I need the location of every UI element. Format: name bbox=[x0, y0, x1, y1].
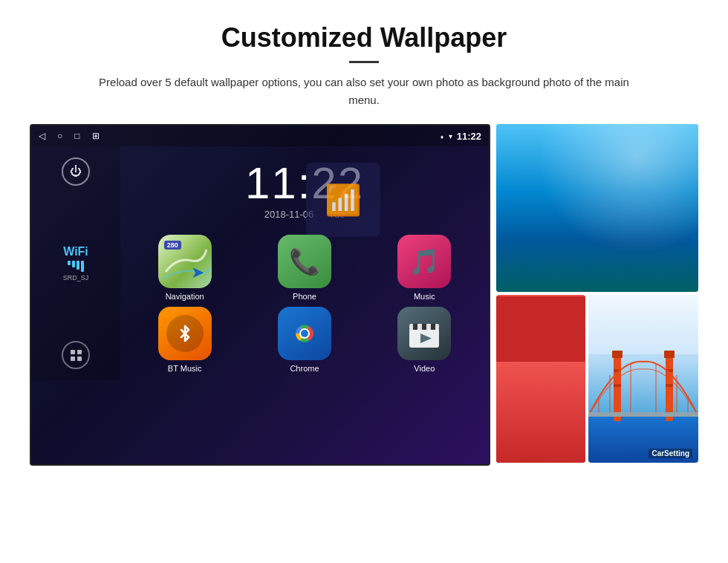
svg-rect-30 bbox=[664, 351, 675, 358]
svg-rect-20 bbox=[533, 430, 548, 435]
svg-rect-9 bbox=[496, 124, 698, 289]
wallpaper-bridge[interactable]: CarSetting bbox=[588, 295, 698, 463]
bt-music-label: BT Music bbox=[168, 364, 202, 373]
wifi-bars bbox=[63, 261, 89, 272]
bt-music-icon bbox=[158, 307, 212, 360]
page-container: Customized Wallpaper Preload over 5 defa… bbox=[0, 0, 728, 481]
apps-dot-4 bbox=[77, 357, 82, 361]
svg-rect-27 bbox=[614, 354, 621, 421]
app-item-chrome[interactable]: Chrome bbox=[247, 307, 361, 373]
svg-rect-7 bbox=[431, 324, 435, 330]
navigation-icon: 280 ➤ bbox=[158, 235, 212, 288]
nav-camera-icon[interactable]: ⊞ bbox=[92, 131, 100, 141]
svg-rect-28 bbox=[666, 354, 673, 421]
svg-rect-29 bbox=[612, 351, 623, 358]
bluetooth-svg bbox=[175, 324, 195, 343]
wallpaper-ice-cave[interactable] bbox=[496, 124, 698, 292]
wifi-block: WiFi SRD_SJ bbox=[63, 245, 89, 282]
media-widget[interactable]: 📶 bbox=[306, 163, 380, 237]
svg-rect-33 bbox=[614, 384, 621, 387]
center-area: 11:22 2018-11-06 Tue 📶 ⏮ B bbox=[120, 146, 489, 380]
svg-rect-6 bbox=[422, 324, 426, 330]
svg-rect-5 bbox=[413, 324, 417, 330]
status-time: 11:22 bbox=[457, 131, 481, 142]
svg-rect-16 bbox=[507, 408, 574, 449]
apps-dot-1 bbox=[71, 350, 75, 354]
wallpaper-dresser[interactable] bbox=[496, 295, 585, 463]
page-title: Customized Wallpaper bbox=[30, 22, 698, 53]
bridge-svg bbox=[588, 295, 698, 460]
dresser-svg bbox=[496, 296, 585, 461]
bt-circle bbox=[166, 315, 204, 352]
car-setting-label: CarSetting bbox=[649, 449, 692, 458]
chrome-icon bbox=[278, 307, 331, 360]
wp-bottom-row: CarSetting bbox=[496, 295, 698, 463]
media-wifi-icon: 📶 bbox=[325, 183, 362, 218]
apps-dot-2 bbox=[77, 350, 82, 354]
header-section: Customized Wallpaper Preload over 5 defa… bbox=[30, 22, 698, 109]
apps-grid-icon bbox=[71, 350, 82, 361]
video-icon bbox=[397, 307, 451, 360]
svg-rect-22 bbox=[519, 389, 530, 408]
music-label: Music bbox=[414, 292, 435, 301]
phone-label: Phone bbox=[293, 292, 316, 301]
svg-rect-23 bbox=[552, 387, 559, 408]
svg-marker-12 bbox=[496, 228, 530, 271]
wifi-network-name: SRD_SJ bbox=[63, 274, 89, 282]
screen-content: ⏻ WiFi SRD_SJ bbox=[31, 146, 489, 380]
navigation-label: Navigation bbox=[166, 292, 204, 301]
svg-rect-19 bbox=[533, 413, 548, 417]
nav-home-icon[interactable]: ○ bbox=[57, 131, 62, 141]
app-item-bt-music[interactable]: BT Music bbox=[128, 307, 241, 373]
svg-rect-18 bbox=[507, 426, 574, 449]
video-label: Video bbox=[414, 364, 435, 373]
wifi-bar-4 bbox=[81, 261, 84, 272]
wifi-bar-2 bbox=[72, 261, 75, 267]
svg-rect-34 bbox=[666, 384, 673, 387]
wallpaper-thumbnails: CarSetting bbox=[496, 124, 698, 463]
ice-cave-svg bbox=[496, 124, 698, 289]
video-svg bbox=[406, 315, 443, 352]
app-grid: 280 ➤ Navigation bbox=[128, 235, 481, 373]
music-symbol: 🎵 bbox=[409, 247, 440, 276]
svg-marker-10 bbox=[516, 183, 575, 235]
power-icon: ⏻ bbox=[70, 165, 82, 178]
svg-rect-14 bbox=[496, 296, 585, 461]
power-button[interactable]: ⏻ bbox=[62, 157, 90, 186]
device-area: ◁ ○ □ ⊞ ⬧ ▾ 11:22 ⏻ bbox=[30, 124, 698, 466]
apps-dot-3 bbox=[71, 357, 75, 361]
clock-date: 2018-11-06 Tue bbox=[128, 209, 481, 220]
chrome-svg bbox=[288, 317, 321, 350]
app-item-phone[interactable]: 📞 Phone bbox=[247, 235, 361, 301]
nav-recent-icon[interactable]: □ bbox=[74, 131, 79, 141]
phone-icon: 📞 bbox=[278, 235, 331, 288]
app-item-video[interactable]: Video bbox=[368, 307, 481, 373]
svg-rect-17 bbox=[507, 408, 574, 423]
svg-rect-15 bbox=[496, 400, 585, 461]
signal-icon: ▾ bbox=[449, 132, 452, 140]
nav-map-bg: 280 ➤ bbox=[158, 235, 212, 288]
title-divider bbox=[349, 61, 379, 63]
app-item-navigation[interactable]: 280 ➤ Navigation bbox=[128, 235, 241, 301]
chrome-label: Chrome bbox=[290, 364, 319, 373]
wifi-bar-3 bbox=[77, 261, 79, 270]
left-sidebar: ⏻ WiFi SRD_SJ bbox=[31, 146, 120, 380]
svg-marker-11 bbox=[627, 169, 679, 217]
svg-rect-26 bbox=[588, 295, 698, 354]
status-bar: ◁ ○ □ ⊞ ⬧ ▾ 11:22 bbox=[31, 126, 489, 146]
svg-rect-41 bbox=[588, 412, 698, 417]
svg-point-13 bbox=[538, 139, 657, 183]
music-icon: 🎵 bbox=[397, 235, 451, 288]
status-right: ⬧ ▾ 11:22 bbox=[440, 131, 481, 142]
app-item-music[interactable]: 🎵 Music bbox=[368, 235, 481, 301]
wifi-bar-1 bbox=[68, 261, 71, 265]
nav-direction-icon: ➤ bbox=[191, 263, 204, 282]
apps-button[interactable] bbox=[62, 341, 90, 369]
location-icon: ⬧ bbox=[440, 132, 444, 140]
svg-point-2 bbox=[301, 330, 308, 337]
clock-time: 11:22 bbox=[128, 161, 481, 206]
clock-section: 11:22 2018-11-06 Tue bbox=[128, 154, 481, 231]
phone-symbol: 📞 bbox=[289, 247, 320, 276]
subtitle-text: Preload over 5 default wallpaper options… bbox=[97, 74, 631, 109]
nav-back-icon[interactable]: ◁ bbox=[39, 131, 45, 141]
